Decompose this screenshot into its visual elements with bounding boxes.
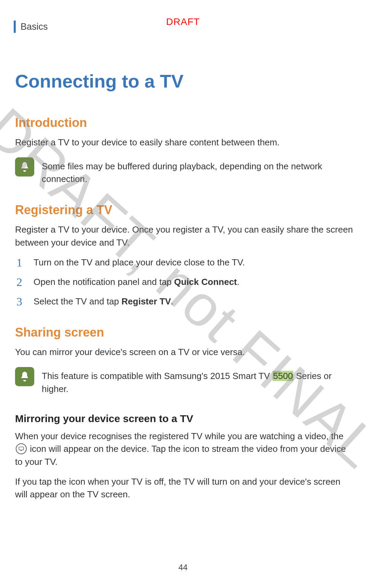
register-steps: Turn on the TV and place your device clo… (15, 256, 354, 308)
sharing-body: You can mirror your device's screen on a… (15, 346, 354, 359)
step-bold: Register TV (122, 296, 171, 306)
section-heading-introduction: Introduction (15, 116, 354, 130)
step-text: Select the TV and tap (34, 296, 122, 306)
note-highlight: 5500 (273, 371, 294, 381)
register-body: Register a TV to your device. Once you r… (15, 223, 354, 249)
step-post: . (237, 277, 239, 287)
mirroring-para1-pre: When your device recognises the register… (15, 431, 343, 441)
step-bold: Quick Connect (174, 277, 237, 287)
mirroring-para2: If you tap the icon when your TV is off,… (15, 475, 354, 501)
section-heading-registering: Registering a TV (15, 203, 354, 217)
intro-note-text: Some files may be buffered during playba… (42, 156, 354, 186)
screen-mirror-icon (16, 443, 27, 454)
intro-body: Register a TV to your device to easily s… (15, 136, 354, 149)
step-post: . (171, 296, 173, 306)
note-pre: This feature is compatible with Samsung'… (42, 371, 273, 381)
breadcrumb: Basics (21, 22, 48, 32)
svg-rect-1 (20, 450, 22, 451)
svg-rect-0 (19, 447, 23, 450)
sharing-note: This feature is compatible with Samsung'… (15, 366, 354, 395)
step-item: Open the notification panel and tap Quic… (15, 275, 354, 289)
step-item: Turn on the TV and place your device clo… (15, 256, 354, 269)
page-title: Connecting to a TV (15, 70, 354, 92)
mirroring-para1: When your device recognises the register… (15, 430, 354, 469)
bell-icon (15, 157, 34, 177)
intro-note: Some files may be buffered during playba… (15, 156, 354, 186)
sharing-note-text: This feature is compatible with Samsung'… (42, 366, 354, 395)
mirroring-para1-post: icon will appear on the device. Tap the … (15, 444, 346, 467)
step-item: Select the TV and tap Register TV. (15, 295, 354, 308)
step-text: Open the notification panel and tap (34, 277, 174, 287)
draft-stamp: DRAFT (166, 16, 200, 27)
bell-icon (15, 367, 34, 386)
section-heading-sharing: Sharing screen (15, 325, 354, 340)
header-accent-bar (14, 21, 16, 33)
page-number: 44 (178, 563, 188, 572)
step-text: Turn on the TV and place your device clo… (34, 257, 245, 267)
subsection-heading-mirroring: Mirroring your device screen to a TV (15, 413, 354, 424)
